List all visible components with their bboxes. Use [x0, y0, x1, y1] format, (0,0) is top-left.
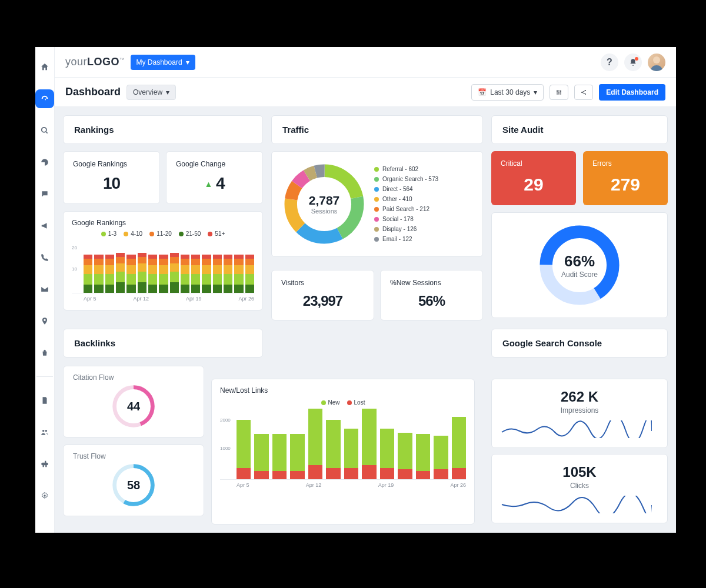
- new-sessions-stat[interactable]: %New Sessions 56%: [380, 270, 483, 320]
- edit-dashboard-button[interactable]: Edit Dashboard: [599, 84, 665, 101]
- visitors-stat[interactable]: Visitors 23,997: [271, 270, 374, 320]
- overview-button[interactable]: Overview▾: [126, 85, 176, 100]
- traffic-legend: Referral - 602Organic Search - 573Direct…: [374, 166, 438, 242]
- errors-stat[interactable]: Errors 279: [583, 151, 668, 205]
- gsc-header: Google Search Console: [491, 329, 668, 358]
- new-lost-links-chart[interactable]: New/Lost Links NewLost 2000 1000 Apr 5Ap…: [211, 379, 475, 524]
- sidebar-shop-icon[interactable]: [35, 343, 54, 362]
- svg-point-0: [42, 128, 46, 132]
- sidebar-mail-icon[interactable]: [35, 280, 54, 299]
- citation-flow-card[interactable]: Citation Flow 44: [63, 366, 204, 437]
- topbar: yourLOGO™ My Dashboard▾ ?: [55, 47, 676, 78]
- sidebar-home-icon[interactable]: [35, 58, 54, 76]
- rankings-header: Rankings: [63, 115, 263, 144]
- date-range-button[interactable]: 📅Last 30 days▾: [471, 84, 544, 101]
- caret-down-icon: ▾: [186, 58, 189, 66]
- caret-down-icon: ▾: [166, 88, 169, 96]
- svg-point-7: [585, 93, 586, 95]
- sidebar-megaphone-icon[interactable]: [35, 216, 54, 235]
- svg-point-3: [44, 495, 46, 497]
- clicks-card[interactable]: 105K Clicks: [491, 454, 668, 523]
- google-rankings-stat[interactable]: Google Rankings 10: [63, 151, 160, 204]
- sidebar-plugin-icon[interactable]: [35, 455, 54, 473]
- google-change-stat[interactable]: Google Change ▲ 4: [166, 151, 263, 204]
- sidebar-phone-icon[interactable]: [35, 248, 54, 267]
- sidebar-settings-icon[interactable]: [35, 486, 54, 505]
- user-avatar[interactable]: [648, 54, 665, 71]
- audit-score-card[interactable]: 66% Audit Score: [491, 212, 668, 318]
- sidebar-dashboard-icon[interactable]: [35, 89, 54, 108]
- notifications-button[interactable]: [624, 54, 642, 71]
- traffic-donut-card[interactable]: 2,787 Sessions Referral - 602Organic Sea…: [271, 151, 483, 257]
- sidebar-divider: [36, 376, 53, 377]
- traffic-header: Traffic: [271, 115, 483, 144]
- google-rankings-chart[interactable]: Google Rankings 1-34-1011-2021-5051+ 20 …: [63, 211, 263, 310]
- impressions-card[interactable]: 262 K Impressions: [491, 379, 668, 448]
- left-sidebar: [35, 47, 55, 533]
- clicks-sparkline: [499, 496, 652, 513]
- rankings-chart-xticks: Apr 5Apr 12Apr 19Apr 26: [72, 296, 254, 302]
- sidebar-location-icon[interactable]: [35, 312, 54, 330]
- sidebar-analytics-icon[interactable]: [35, 153, 54, 172]
- help-button[interactable]: ?: [601, 54, 618, 71]
- newlost-legend: NewLost: [220, 399, 466, 406]
- newlost-xticks: Apr 5Apr 12Apr 19Apr 26: [220, 482, 466, 488]
- svg-point-4: [653, 56, 660, 64]
- share-button[interactable]: [574, 85, 593, 100]
- critical-issues-stat[interactable]: Critical 29: [491, 151, 576, 205]
- filter-button[interactable]: [550, 85, 568, 100]
- site-audit-header: Site Audit: [491, 115, 668, 144]
- sidebar-users-icon[interactable]: [35, 423, 54, 442]
- sidebar-chat-icon[interactable]: [35, 185, 54, 203]
- impressions-sparkline: [499, 420, 652, 438]
- up-arrow-icon: ▲: [204, 179, 212, 189]
- svg-point-5: [581, 92, 582, 93]
- svg-point-2: [45, 430, 48, 432]
- notification-dot-icon: [635, 57, 638, 61]
- titlebar: Dashboard Overview▾ 📅Last 30 days▾ Edit …: [55, 78, 676, 107]
- sidebar-file-icon[interactable]: [35, 391, 54, 410]
- logo: yourLOGO™: [65, 56, 125, 68]
- rankings-chart-legend: 1-34-1011-2021-5051+: [72, 230, 254, 237]
- calendar-icon: 📅: [478, 88, 487, 96]
- svg-point-6: [585, 90, 586, 91]
- sidebar-search-icon[interactable]: [35, 121, 54, 140]
- my-dashboard-button[interactable]: My Dashboard▾: [131, 55, 195, 70]
- page-title: Dashboard: [65, 86, 121, 98]
- svg-point-1: [42, 430, 45, 432]
- trust-flow-card[interactable]: Trust Flow 58: [63, 445, 204, 516]
- backlinks-header: Backlinks: [63, 329, 263, 358]
- caret-down-icon: ▾: [534, 88, 537, 96]
